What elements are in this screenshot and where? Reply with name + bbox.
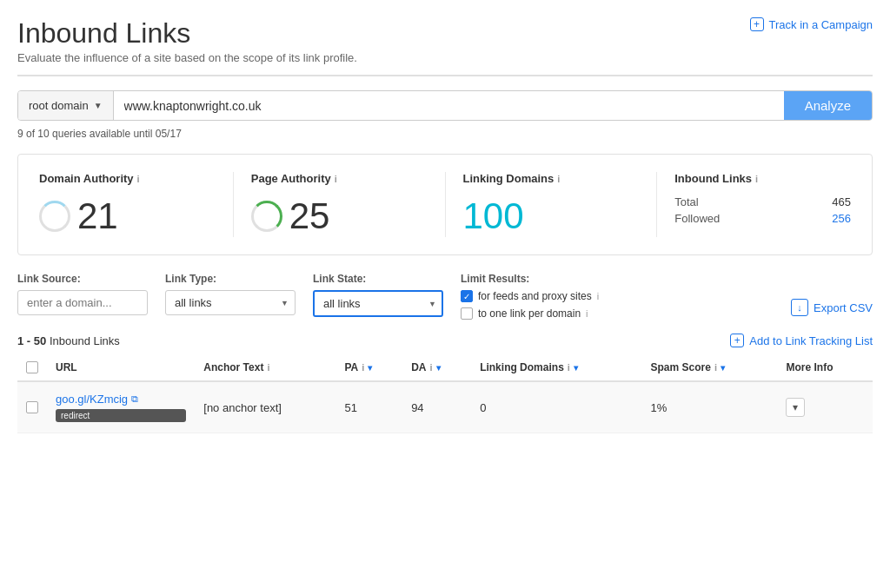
row-linking-domains-value: 0	[480, 401, 486, 414]
da-header-label: DA	[411, 361, 426, 373]
row-spam-score-value: 1%	[651, 401, 668, 414]
track-campaign-label: Track in a Campaign	[769, 18, 873, 31]
inbound-links-metric: Inbound Links i Total 465 Followed 256	[674, 172, 851, 237]
select-all-checkbox[interactable]	[26, 361, 38, 373]
linking-domains-title: Linking Domains	[463, 172, 555, 185]
spam-score-info-icon[interactable]: i	[714, 362, 717, 373]
analyze-button[interactable]: Analyze	[784, 91, 872, 120]
export-csv-icon: ↓	[791, 299, 808, 316]
row-expand-button[interactable]: ▾	[786, 398, 805, 417]
domain-authority-circle-icon	[39, 201, 70, 232]
more-info-header-label: More Info	[786, 361, 833, 373]
checkbox-domain[interactable]	[461, 307, 473, 320]
link-state-select[interactable]: all links	[313, 290, 443, 317]
table-header-checkbox	[17, 354, 47, 381]
row-url-link[interactable]: goo.gl/KZmcig ⧉	[56, 393, 186, 406]
table-header-row: URL Anchor Text i PA i ▾	[17, 354, 873, 381]
domain-info-icon[interactable]: i	[586, 308, 588, 319]
domain-type-value: root domain	[29, 99, 89, 112]
inbound-links-title: Inbound Links	[674, 172, 752, 185]
row-da-cell: 94	[402, 381, 471, 433]
row-da-value: 94	[411, 401, 423, 414]
table-header-linking-domains: Linking Domains i ▾	[471, 354, 641, 381]
link-type-filter: Link Type: all links	[165, 273, 296, 315]
row-pa-cell: 51	[335, 381, 402, 433]
page-authority-metric: Page Authority i 25	[251, 172, 446, 237]
results-header: 1 - 50 Inbound Links + Add to Link Track…	[17, 334, 873, 347]
checkbox-feeds-row: ✓ for feeds and proxy sites i	[461, 290, 599, 302]
link-state-select-wrapper: all links	[313, 290, 443, 317]
page-authority-circle-icon	[251, 201, 282, 232]
expand-icon: ▾	[793, 401, 798, 413]
table-header-spam-score: Spam Score i ▾	[642, 354, 778, 381]
page-authority-info-icon[interactable]: i	[335, 174, 337, 184]
results-range: 1 - 50	[17, 334, 46, 347]
url-cell-content: goo.gl/KZmcig ⧉ redirect	[56, 393, 186, 422]
inbound-followed-label: Followed	[674, 212, 720, 225]
external-link-icon: ⧉	[131, 393, 138, 405]
linking-domains-value: 100	[463, 195, 524, 237]
export-csv-label: Export CSV	[814, 301, 873, 314]
link-type-select[interactable]: all links	[165, 290, 296, 315]
track-campaign-button[interactable]: + Track in a Campaign	[750, 17, 873, 31]
page-authority-title: Page Authority	[251, 172, 331, 185]
table-header-more-info: More Info	[777, 354, 873, 381]
table-header-url: URL	[47, 354, 195, 381]
add-tracking-plus-icon: +	[730, 334, 744, 347]
inbound-links-info-icon[interactable]: i	[755, 174, 758, 184]
da-info-icon[interactable]: i	[429, 362, 432, 373]
inbound-total-value: 465	[832, 195, 851, 208]
pa-info-icon[interactable]: i	[362, 362, 364, 373]
row-more-info-cell: ▾	[777, 381, 873, 433]
checkmark-icon: ✓	[463, 292, 470, 301]
table-header-da: DA i ▾	[402, 354, 471, 381]
search-bar: root domain ▼ Analyze	[17, 90, 873, 121]
inbound-total-label: Total	[674, 195, 698, 208]
row-anchor-text-cell: [no anchor text]	[195, 381, 335, 433]
domain-type-dropdown[interactable]: root domain ▼	[18, 91, 114, 120]
anchor-text-header-label: Anchor Text	[203, 361, 263, 373]
linking-domains-metric: Linking Domains i 100	[463, 172, 658, 237]
feeds-info-icon[interactable]: i	[597, 291, 599, 301]
filters-row: Link Source: Link Type: all links Link S…	[17, 273, 873, 320]
checkbox-feeds[interactable]: ✓	[461, 290, 473, 302]
da-sort-icon[interactable]: ▾	[436, 363, 441, 373]
metrics-card: Domain Authority i 21 Page Authority i 2…	[17, 154, 873, 255]
link-type-select-wrapper: all links	[165, 290, 296, 315]
spam-score-sort-icon[interactable]: ▾	[721, 363, 725, 373]
link-type-label: Link Type:	[165, 273, 296, 285]
url-input[interactable]	[114, 91, 784, 120]
link-state-label: Link State:	[313, 273, 443, 285]
row-checkbox-cell	[17, 381, 47, 433]
link-source-input[interactable]	[17, 290, 148, 315]
linking-domains-sort-icon[interactable]: ▾	[574, 363, 578, 373]
row-pa-value: 51	[344, 401, 356, 414]
results-entity: Inbound Links	[50, 334, 120, 347]
row-url-cell: goo.gl/KZmcig ⧉ redirect	[47, 381, 195, 433]
inbound-followed-value: 256	[832, 212, 851, 225]
table-row: goo.gl/KZmcig ⧉ redirect [no anchor text…	[17, 381, 873, 433]
checkbox-domain-label: to one link per domain	[478, 307, 581, 320]
linking-domains-info-icon[interactable]: i	[557, 174, 560, 184]
domain-authority-value: 21	[77, 195, 118, 237]
add-tracking-label: Add to Link Tracking List	[749, 334, 873, 347]
linking-domains-header-label: Linking Domains	[480, 361, 564, 373]
anchor-text-info-icon[interactable]: i	[267, 362, 269, 373]
row-url-text: goo.gl/KZmcig	[56, 393, 128, 406]
url-header-label: URL	[56, 361, 77, 373]
export-csv-button[interactable]: ↓ Export CSV	[791, 299, 873, 320]
pa-header-label: PA	[344, 361, 358, 373]
domain-authority-metric: Domain Authority i 21	[39, 172, 234, 237]
checkbox-feeds-label: for feeds and proxy sites	[478, 290, 592, 302]
linking-domains-col-info-icon[interactable]: i	[568, 362, 570, 373]
domain-authority-title: Domain Authority	[39, 172, 134, 185]
link-state-filter: Link State: all links	[313, 273, 443, 317]
page-title: Inbound Links	[17, 17, 357, 50]
row-checkbox[interactable]	[26, 401, 38, 413]
add-to-tracking-button[interactable]: + Add to Link Tracking List	[730, 334, 873, 347]
row-spam-score-cell: 1%	[642, 381, 778, 433]
domain-authority-info-icon[interactable]: i	[137, 174, 140, 184]
limit-results-label: Limit Results:	[461, 273, 599, 285]
pa-sort-icon[interactable]: ▾	[368, 363, 372, 373]
page-subtitle: Evaluate the influence of a site based o…	[17, 51, 357, 64]
